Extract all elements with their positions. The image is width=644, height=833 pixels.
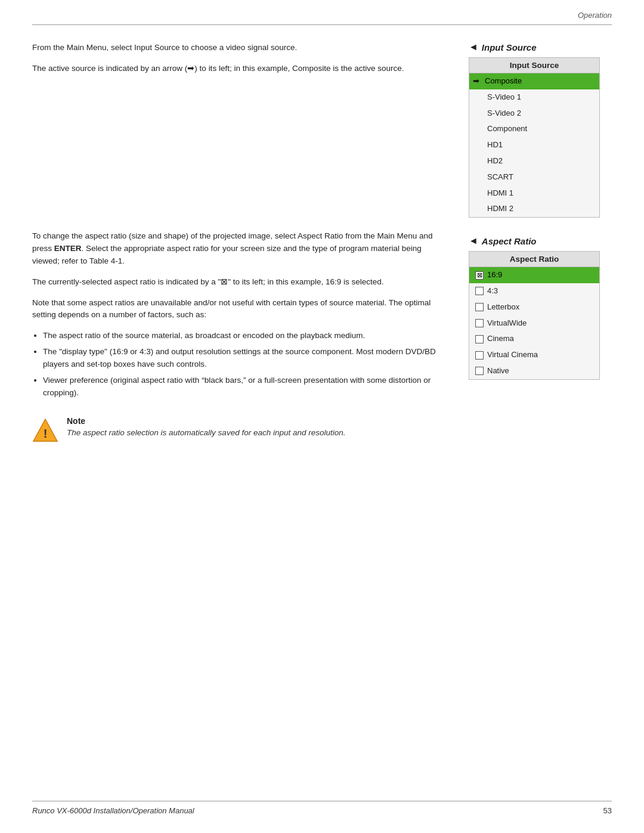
list-item: The aspect ratio of the source material,… [43,330,445,342]
left-column: From the Main Menu, select Input Source … [32,42,445,444]
checkbox-unchecked-icon [475,287,484,295]
arrow-left-icon: ◄ [469,42,478,52]
menu-item-label: Native [487,365,509,377]
aspect-ratio-menu: Aspect Ratio ⊠ 16:9 4:3 Letterbox Virtua… [469,251,600,380]
note-box: ! Note The aspect ratio selection is aut… [32,416,445,444]
aspect-ratio-section: To change the aspect ratio (size and sha… [32,230,445,444]
aspect-ratio-para1: To change the aspect ratio (size and sha… [32,230,445,268]
menu-item-virtual-cinema[interactable]: Virtual Cinema [469,347,599,363]
menu-item-virtualwide[interactable]: VirtualWide [469,315,599,332]
aspect-ratio-para3: Note that some aspect ratios are unavail… [32,297,445,322]
menu-item-cinema[interactable]: Cinema [469,331,599,347]
note-label: Note [67,416,346,426]
list-item: The "display type" (16:9 or 4:3) and out… [43,346,445,371]
menu-item-169[interactable]: ⊠ 16:9 [469,267,599,283]
checkbox-unchecked-icon [475,319,484,327]
menu-item-label: S-Video 2 [487,107,521,120]
menu-item-label: SCART [487,171,513,184]
aspect-ratio-para2: The currently-selected aspect ratio is i… [32,276,445,289]
menu-item-letterbox[interactable]: Letterbox [469,299,599,315]
footer-title: Runco VX-6000d Installation/Operation Ma… [32,806,194,815]
menu-item-native[interactable]: Native [469,363,599,379]
spacer [475,187,484,200]
arrow-left-icon: ◄ [469,236,478,246]
menu-item-hd1[interactable]: HD1 [469,137,599,153]
note-content: Note The aspect ratio selection is autom… [67,416,346,439]
input-source-para2: The active source is indicated by an arr… [32,63,445,75]
menu-item-label: HDMI 1 [487,187,513,200]
bullet-list: The aspect ratio of the source material,… [43,330,445,400]
aspect-ratio-heading-label: Aspect Ratio [482,236,537,246]
checkbox-unchecked-icon [475,303,484,311]
note-text: The aspect ratio selection is automatica… [67,427,346,439]
right-column: ◄ Input Source Input Source ➡ Composite … [469,42,612,444]
page-content: From the Main Menu, select Input Source … [0,25,644,444]
checkbox-unchecked-icon [475,367,484,375]
ar-para1-after: . Select the appropriate aspect ratio fo… [32,244,422,265]
menu-item-hd2[interactable]: HD2 [469,153,599,169]
active-arrow-icon: ➡ [473,75,481,88]
spacer [475,155,484,168]
input-source-heading: ◄ Input Source [469,42,612,52]
spacer [475,107,484,120]
menu-item-label: HD1 [487,139,503,151]
menu-item-label: Component [487,123,527,135]
enter-label: ENTER [54,244,82,253]
menu-item-label: 16:9 [487,269,502,281]
menu-item-scart[interactable]: SCART [469,169,599,185]
menu-item-label: S-Video 1 [487,91,521,104]
menu-item-component[interactable]: Component [469,121,599,137]
checkbox-unchecked-icon [475,335,484,343]
menu-item-label: 4:3 [487,285,498,298]
menu-item-label: HD2 [487,155,503,168]
input-source-para1: From the Main Menu, select Input Source … [32,42,445,54]
input-source-menu-title: Input Source [469,58,599,73]
input-source-heading-label: Input Source [482,42,537,52]
menu-item-label: Cinema [487,333,514,345]
section-header: Operation [0,0,644,20]
menu-item-label: Composite [485,75,522,88]
menu-item-hdmi1[interactable]: HDMI 1 [469,185,599,202]
menu-item-composite[interactable]: ➡ Composite [469,73,599,89]
checkbox-unchecked-icon [475,351,484,360]
menu-item-label: Virtual Cinema [487,349,538,361]
svg-text:!: ! [44,427,48,440]
input-source-menu: Input Source ➡ Composite S-Video 1 S-Vid… [469,57,600,218]
menu-item-label: Letterbox [487,301,519,314]
footer-page-number: 53 [603,806,612,815]
aspect-ratio-menu-title: Aspect Ratio [469,252,599,267]
aspect-ratio-heading: ◄ Aspect Ratio [469,236,612,246]
menu-item-label: HDMI 2 [487,203,513,215]
page-footer: Runco VX-6000d Installation/Operation Ma… [32,801,612,815]
spacer [475,203,484,215]
menu-item-svideo1[interactable]: S-Video 1 [469,89,599,106]
section-label: Operation [578,11,612,20]
menu-item-43[interactable]: 4:3 [469,283,599,299]
spacer [475,139,484,151]
menu-item-svideo2[interactable]: S-Video 2 [469,106,599,122]
menu-item-label: VirtualWide [487,317,527,330]
checkbox-checked-icon: ⊠ [475,271,484,280]
list-item: Viewer preference (original aspect ratio… [43,374,445,400]
menu-item-hdmi2[interactable]: HDMI 2 [469,201,599,217]
spacer [475,91,484,104]
spacer [475,123,484,135]
spacer [475,171,484,184]
note-icon: ! [32,417,58,444]
